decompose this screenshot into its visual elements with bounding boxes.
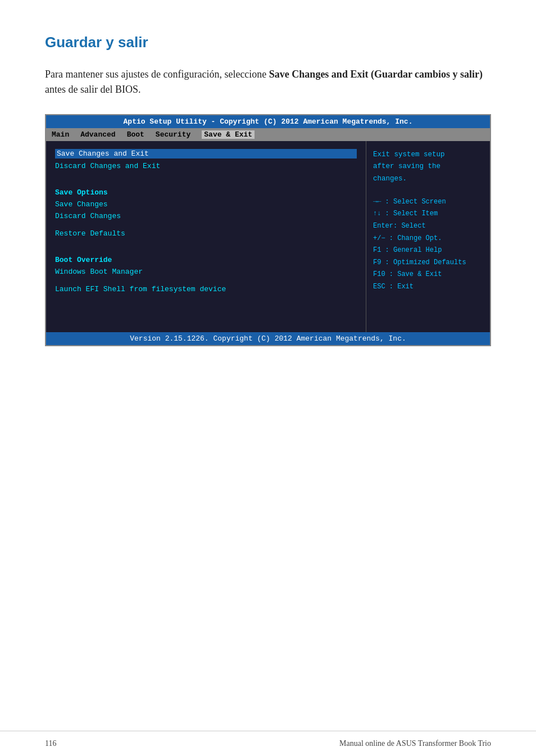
bios-keybinds: →← : Select Screen ↑↓ : Select Item Ente… — [373, 196, 483, 293]
bios-menu-discard-changes[interactable]: Discard Changes — [55, 212, 357, 220]
bios-nav-security[interactable]: Security — [156, 130, 190, 139]
bios-spacer-1 — [55, 174, 357, 179]
bios-key-f9: F9 : Optimized Defaults — [373, 257, 483, 269]
bios-nav-main[interactable]: Main — [52, 130, 69, 139]
bios-left-panel: Save Changes and Exit Discard Changes an… — [46, 141, 366, 332]
bios-nav: Main Advanced Boot Security Save & Exit — [46, 128, 490, 141]
bios-help-line-2: after saving the — [373, 161, 483, 173]
bios-key-esc: ESC : Exit — [373, 281, 483, 293]
page-number: 116 — [45, 739, 56, 748]
bios-key-f1: F1 : General Help — [373, 245, 483, 257]
bios-screenshot: Aptio Setup Utility - Copyright (C) 2012… — [45, 114, 491, 346]
bios-menu-save-changes-exit[interactable]: Save Changes and Exit — [55, 149, 357, 159]
bios-key-plusminus: +/− : Change Opt. — [373, 233, 483, 245]
bios-nav-advanced[interactable]: Advanced — [80, 130, 115, 139]
intro-text-before: Para mantener sus ajustes de configuraci… — [45, 69, 269, 80]
footer-title: Manual online de ASUS Transformer Book T… — [339, 739, 491, 748]
bios-help-line-1: Exit system setup — [373, 149, 483, 161]
bios-menu-restore-defaults[interactable]: Restore Defaults — [55, 229, 357, 238]
bios-nav-boot[interactable]: Boot — [127, 130, 144, 139]
bios-help-text: Exit system setup after saving the chang… — [373, 149, 483, 185]
page-title: Guardar y salir — [45, 34, 491, 51]
bios-menu-windows-boot-manager[interactable]: Windows Boot Manager — [55, 268, 357, 276]
bios-key-enter: Enter: Select — [373, 220, 483, 233]
intro-text-after: antes de salir del BIOS. — [45, 84, 140, 95]
bios-key-arrow: →← : Select Screen — [373, 196, 483, 209]
bios-spacer-4 — [55, 279, 357, 285]
bios-menu-discard-exit[interactable]: Discard Changes and Exit — [55, 162, 357, 170]
page-content: Guardar y salir Para mantener sus ajuste… — [0, 0, 536, 391]
bios-menu-save-changes[interactable]: Save Changes — [55, 200, 357, 209]
page-footer: 116 Manual online de ASUS Transformer Bo… — [0, 731, 536, 756]
bios-spacer-2 — [55, 224, 357, 229]
bios-key-f10: F10 : Save & Exit — [373, 269, 483, 281]
bios-key-updown: ↑↓ : Select Item — [373, 208, 483, 220]
bios-section-boot-override: Boot Override — [55, 256, 357, 264]
bios-spacer-3 — [55, 241, 357, 247]
bios-header: Aptio Setup Utility - Copyright (C) 2012… — [46, 115, 490, 128]
bios-section-save-options: Save Options — [55, 188, 357, 197]
bios-right-panel: Exit system setup after saving the chang… — [366, 141, 490, 332]
bios-menu-efi-shell[interactable]: Launch EFI Shell from filesystem device — [55, 285, 357, 293]
bios-help-line-3: changes. — [373, 173, 483, 185]
bios-body: Save Changes and Exit Discard Changes an… — [46, 141, 490, 332]
intro-text-bold: Save Changes and Exit (Guardar cambios y… — [269, 69, 483, 80]
intro-paragraph: Para mantener sus ajustes de configuraci… — [45, 67, 491, 97]
bios-nav-save-exit[interactable]: Save & Exit — [202, 130, 255, 139]
bios-footer: Version 2.15.1226. Copyright (C) 2012 Am… — [46, 332, 490, 345]
